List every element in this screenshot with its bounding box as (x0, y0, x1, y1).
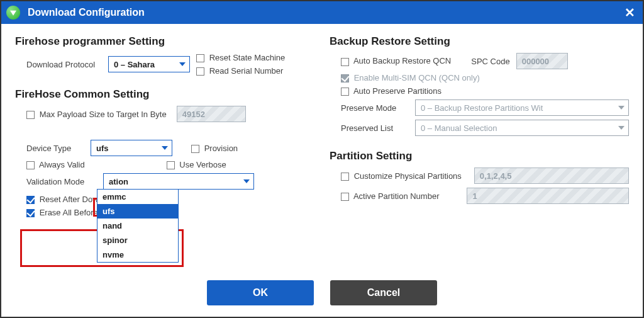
device-type-option-ufs[interactable]: ufs (97, 204, 178, 219)
active-partition-option[interactable]: Active Partition Number (341, 191, 439, 201)
dialog-window: Download Configuration ✕ Firehose progra… (0, 0, 644, 318)
auto-backup-qcn-option[interactable]: Auto Backup Restore QCN (341, 56, 451, 65)
device-type-select[interactable]: ufs (91, 140, 172, 156)
checkbox-checked-icon (26, 209, 35, 217)
enable-multisim-qcn-option: Enable Multi-SIM QCN (QCN only) (341, 73, 480, 82)
device-type-option-nand[interactable]: nand (97, 219, 178, 233)
backup-restore-header: Backup Restore Setting (330, 35, 629, 48)
active-partition-field: 1 (467, 188, 629, 204)
device-type-option-nvme[interactable]: nvme (97, 247, 178, 262)
checkbox-disabled-icon (341, 74, 349, 82)
chevron-down-icon (618, 126, 625, 130)
checkbox-icon (191, 145, 199, 153)
read-serial-number-option[interactable]: Read Serial Number (196, 66, 285, 76)
provision-option[interactable]: Provision (191, 144, 238, 153)
checkbox-icon (196, 67, 204, 76)
preserved-list-label: Preserved List (341, 123, 409, 133)
close-icon[interactable]: ✕ (622, 5, 638, 20)
firehose-common-header: FireHose Common Setting (15, 88, 314, 101)
customize-partitions-field: 0,1,2,4,5 (474, 168, 629, 184)
right-column: Backup Restore Setting Auto Backup Resto… (330, 33, 629, 275)
left-column: Firehose programmer Setting Download Pro… (15, 33, 314, 275)
download-protocol-label: Download Protocol (26, 60, 102, 69)
dialog-body: Firehose programmer Setting Download Pro… (1, 24, 643, 280)
checkbox-icon (196, 54, 204, 62)
title-bar: Download Configuration ✕ (1, 1, 643, 24)
chevron-down-icon (243, 179, 250, 183)
validation-mode-select[interactable]: ation (103, 173, 254, 190)
checkbox-icon (26, 111, 35, 119)
window-title: Download Configuration (28, 7, 145, 18)
max-payload-option[interactable]: Max Payload Size to Target In Byte (26, 110, 167, 119)
always-valid-option[interactable]: Always Valid (26, 160, 85, 169)
customize-partitions-option[interactable]: Customize Physical Partitions (341, 171, 462, 181)
device-type-label: Device Type (26, 144, 84, 153)
validation-mode-value: ation (109, 177, 128, 186)
spc-code-label: SPC Code (471, 57, 509, 66)
checkbox-icon (341, 58, 349, 66)
download-protocol-select[interactable]: 0 – Sahara (108, 56, 190, 72)
preserved-list-select: 0 – Manual Selection (415, 120, 629, 136)
download-icon (6, 6, 20, 20)
preserve-mode-select: 0 – Backup Restore Partitions Wit (415, 99, 629, 116)
checkbox-icon (341, 88, 349, 96)
preserved-list-value: 0 – Manual Selection (421, 123, 497, 133)
use-verbose-option[interactable]: Use Verbose (167, 160, 226, 169)
partition-setting-header: Partition Setting (330, 150, 629, 162)
chevron-down-icon (618, 106, 625, 110)
ok-button[interactable]: OK (207, 280, 314, 305)
checkbox-icon (167, 161, 175, 169)
device-type-option-spinor[interactable]: spinor (97, 233, 178, 247)
chevron-down-icon (162, 146, 168, 150)
checkbox-icon (341, 193, 349, 201)
preserve-mode-label: Preserve Mode (341, 103, 409, 113)
preserve-mode-value: 0 – Backup Restore Partitions Wit (421, 103, 543, 113)
cancel-button[interactable]: Cancel (330, 280, 437, 305)
chevron-down-icon (179, 62, 186, 66)
download-protocol-value: 0 – Sahara (114, 60, 155, 69)
firehose-programmer-header: Firehose programmer Setting (15, 35, 314, 48)
device-type-value: ufs (96, 144, 109, 153)
checkbox-checked-icon (26, 196, 35, 204)
reset-state-machine-option[interactable]: Reset State Machine (196, 53, 285, 62)
device-type-option-emmc[interactable]: emmc (97, 190, 178, 204)
dialog-footer: OK Cancel (1, 280, 643, 317)
auto-preserve-partitions-option[interactable]: Auto Preserve Partitions (341, 86, 441, 96)
validation-mode-label: Validation Mode (26, 177, 97, 186)
checkbox-icon (341, 173, 349, 181)
max-payload-field: 49152 (177, 106, 246, 122)
spc-code-field: 000000 (516, 53, 568, 69)
device-type-dropdown[interactable]: emmc ufs nand spinor nvme (97, 189, 179, 263)
checkbox-icon (26, 161, 35, 169)
